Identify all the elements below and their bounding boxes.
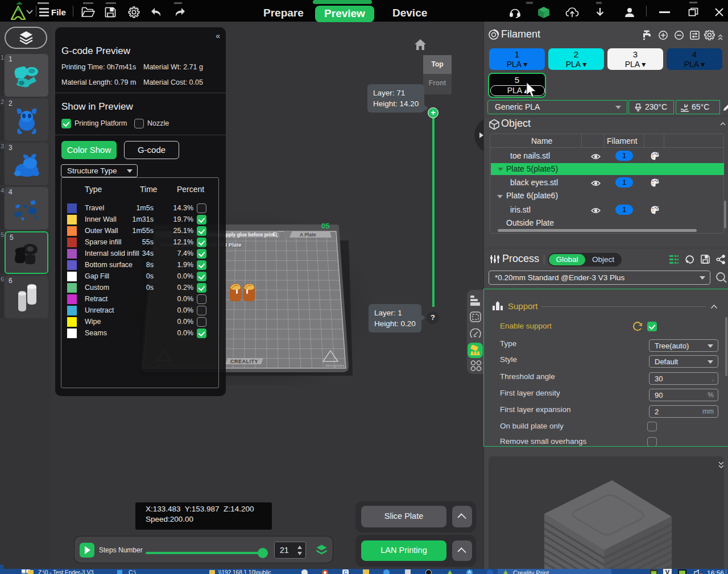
svg-text:CREALITY: CREALITY [230,359,258,364]
svg-text:Warning/notice: Warning/notice [325,364,344,367]
svg-text:A Plate: A Plate [300,232,316,238]
